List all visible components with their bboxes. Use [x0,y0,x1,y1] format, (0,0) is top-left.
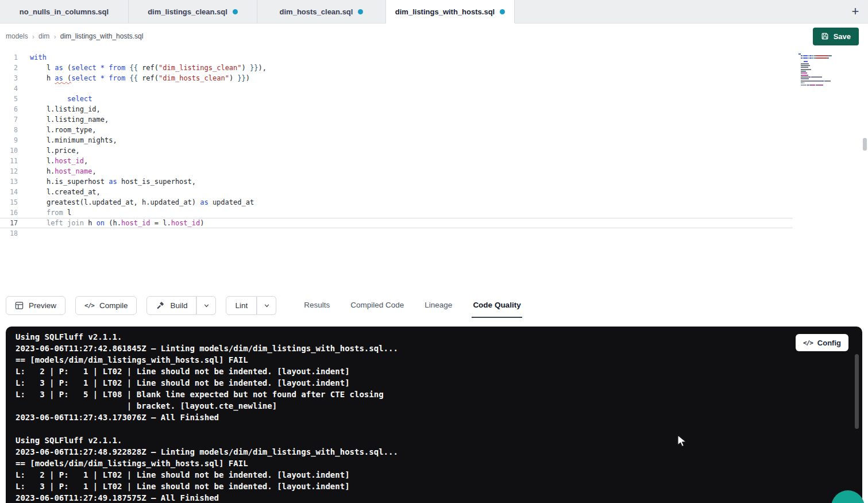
code-line-3[interactable]: 3 h as (select * from {{ ref("dim_hosts_… [0,73,793,83]
code-line-text: l.price, [18,145,80,156]
code-line-text: l.room_type, [18,125,97,135]
code-line-text: h as (select * from {{ ref("dim_hosts_cl… [18,73,250,83]
line-number: 15 [0,197,18,208]
code-line-text: l.host_id, [18,156,88,166]
line-number: 1 [0,52,18,63]
tab-label: dim_hosts_clean.sql [280,7,353,16]
tab-no-nulls-in-columns[interactable]: no_nulls_in_columns.sql [0,0,129,23]
breadcrumb-item[interactable]: dim_listings_with_hosts.sql [60,32,144,40]
code-line-text [18,228,30,239]
terminal-scrollbar-thumb[interactable] [855,354,859,429]
code-line-text: l.listing_name, [18,114,109,125]
tab-label: no_nulls_in_columns.sql [20,7,109,16]
editor-tab-bar: no_nulls_in_columns.sqldim_listings_clea… [0,0,868,24]
panel-tab-code-quality[interactable]: Code Quality [472,293,522,318]
config-button[interactable]: </> Config [796,334,848,351]
code-line-text: select [18,94,92,104]
code-line-10[interactable]: 10 l.price, [0,145,793,156]
code-line-text: with [18,52,47,63]
code-line-13[interactable]: 13 h.is_superhost as host_is_superhost, [0,176,793,187]
line-number: 9 [0,135,18,145]
line-number: 4 [0,83,18,94]
save-icon [821,32,829,40]
code-line-14[interactable]: 14 l.created_at, [0,187,793,197]
grid-icon [15,301,24,310]
panel-tab-lineage[interactable]: Lineage [423,293,453,318]
code-icon: </> [803,339,813,347]
code-line-text: h.host_name, [18,166,97,176]
line-number: 17 [0,218,18,228]
code-line-17[interactable]: 17 left join h on (h.host_id = l.host_id… [0,218,793,228]
code-line-11[interactable]: 11 l.host_id, [0,156,793,166]
build-button[interactable]: Build [146,296,196,315]
code-line-8[interactable]: 8 l.room_type, [0,125,793,135]
code-line-6[interactable]: 6 l.listing_id, [0,104,793,114]
save-label: Save [834,32,851,41]
line-number: 3 [0,73,18,83]
button-label: Lint [235,301,248,310]
button-label: Compile [99,301,128,310]
tab-dim-listings-clean[interactable]: dim_listings_clean.sql [129,0,257,23]
build-button-dropdown[interactable] [196,296,216,315]
line-number: 7 [0,114,18,125]
chevron-down-icon [263,302,271,309]
config-label: Config [817,339,841,347]
panel-tab-compiled-code[interactable]: Compiled Code [349,293,405,318]
button-label: Build [170,301,187,310]
compile-button[interactable]: </>Compile [75,296,137,315]
unsaved-indicator-dot [500,9,505,14]
code-line-12[interactable]: 12 h.host_name, [0,166,793,176]
code-line-text: l.minimum_nights, [18,135,117,145]
minimap[interactable] [798,53,840,88]
line-number: 10 [0,145,18,156]
terminal-output: Using SQLFluff v2.1.1. 2023-06-06T11:27:… [6,327,862,503]
tab-label: dim_listings_with_hosts.sql [395,7,495,16]
line-number: 6 [0,104,18,114]
lint-output-panel: Using SQLFluff v2.1.1. 2023-06-06T11:27:… [6,327,862,503]
code-line-5[interactable]: 5 select [0,94,793,104]
button-label: Preview [29,301,56,310]
tab-dim-listings-with-hosts[interactable]: dim_listings_with_hosts.sql [386,0,515,23]
breadcrumb-item[interactable]: dim [38,32,49,40]
code-line-text: h.is_superhost as host_is_superhost, [18,176,196,187]
code-line-4[interactable]: 4 [0,83,793,94]
breadcrumb-item[interactable]: models [6,32,28,40]
line-number: 2 [0,63,18,73]
code-line-1[interactable]: 1with [0,52,793,63]
tab-dim-hosts-clean[interactable]: dim_hosts_clean.sql [257,0,386,23]
unsaved-indicator-dot [358,9,363,14]
save-button[interactable]: Save [813,28,859,45]
code-line-text: greatest(l.updated_at, h.updated_at) as … [18,197,254,208]
action-toolbar: Preview</>CompileBuildLint ResultsCompil… [0,293,868,318]
line-number: 14 [0,187,18,197]
code-line-9[interactable]: 9 l.minimum_nights, [0,135,793,145]
tab-label: dim_listings_clean.sql [148,7,227,16]
breadcrumb: models›dim›dim_listings_with_hosts.sql [6,32,143,41]
line-number: 5 [0,94,18,104]
code-editor[interactable]: 1with2 l as (select * from {{ ref("dim_l… [0,49,868,293]
line-number: 18 [0,228,18,239]
code-icon: </> [84,302,94,309]
line-number: 13 [0,176,18,187]
code-line-2[interactable]: 2 l as (select * from {{ ref("dim_listin… [0,63,793,73]
preview-button[interactable]: Preview [6,296,65,315]
editor-scrollbar-thumb[interactable] [863,138,867,151]
code-line-text: from l [18,208,71,218]
line-number: 12 [0,166,18,176]
new-tab-button[interactable]: + [843,0,868,23]
code-line-text: l.created_at, [18,187,101,197]
breadcrumb-separator: › [32,32,34,41]
line-number: 11 [0,156,18,166]
lint-button-dropdown[interactable] [257,296,276,315]
code-line-18[interactable]: 18 [0,228,793,239]
panel-tab-results[interactable]: Results [303,293,331,318]
chevron-down-icon [203,302,210,309]
file-header: models›dim›dim_listings_with_hosts.sql S… [0,24,868,49]
line-number: 8 [0,125,18,135]
unsaved-indicator-dot [233,9,238,14]
code-line-16[interactable]: 16 from l [0,208,793,218]
lint-button[interactable]: Lint [226,296,257,315]
line-number: 16 [0,208,18,218]
code-line-15[interactable]: 15 greatest(l.updated_at, h.updated_at) … [0,197,793,208]
code-line-7[interactable]: 7 l.listing_name, [0,114,793,125]
